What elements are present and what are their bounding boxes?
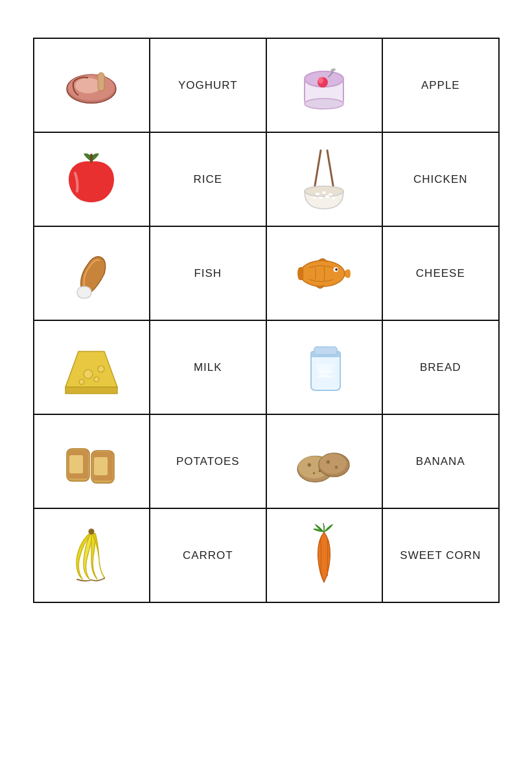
chicken-leg-svg (59, 241, 124, 306)
label-banana: BANANA (416, 455, 465, 468)
svg-point-30 (79, 379, 84, 385)
svg-rect-35 (318, 371, 334, 373)
table-cell (266, 226, 383, 320)
food-image-yoghurt (272, 44, 377, 126)
table-cell (266, 38, 383, 132)
svg-point-15 (316, 193, 319, 195)
table-cell: YOGHURT (150, 38, 266, 132)
table-cell: BREAD (382, 320, 498, 414)
table-cell: SWEET CORN (382, 508, 498, 602)
svg-point-16 (322, 191, 326, 194)
table-row: FISH CHEESE (34, 226, 499, 320)
table-cell (266, 320, 383, 414)
carrot-svg (292, 523, 356, 588)
svg-point-21 (332, 197, 336, 200)
label-potatoes: POTATOES (176, 455, 240, 468)
label-yoghurt: YOGHURT (178, 79, 238, 91)
meat-svg (59, 53, 124, 118)
svg-point-55 (319, 453, 347, 473)
svg-rect-41 (83, 450, 88, 479)
label-fish: FISH (194, 267, 222, 279)
table-cell (34, 132, 150, 226)
svg-point-18 (319, 196, 323, 199)
table-cell: CARROT (150, 508, 266, 602)
food-image-bread (40, 420, 145, 503)
cheese-svg (59, 335, 124, 400)
table-cell: CHEESE (382, 226, 498, 320)
svg-point-29 (98, 366, 104, 372)
svg-point-25 (336, 268, 338, 270)
table-row: POTATOES BANANA (34, 414, 499, 508)
table-cell: APPLE (382, 38, 498, 132)
svg-rect-47 (108, 452, 113, 480)
svg-rect-42 (69, 455, 83, 473)
table-cell: BANANA (382, 414, 498, 508)
svg-point-56 (327, 460, 330, 463)
svg-point-9 (318, 77, 323, 84)
domino-table: YOGHURT APPLE RICE CHICKEN FISH (33, 38, 500, 603)
food-image-meat (40, 44, 145, 126)
food-image-carrot (272, 514, 377, 597)
banana-svg (59, 523, 124, 588)
svg-point-23 (300, 261, 345, 287)
food-image-chicken-leg (40, 232, 145, 314)
svg-point-2 (75, 78, 101, 93)
label-apple: APPLE (421, 79, 460, 91)
table-row: YOGHURT APPLE (34, 38, 499, 132)
yoghurt-svg (292, 53, 356, 118)
table-cell (266, 414, 383, 508)
table-cell (266, 508, 383, 602)
rice-svg (292, 147, 356, 212)
label-bread: BREAD (420, 361, 461, 373)
table-cell (34, 508, 150, 602)
svg-point-28 (84, 370, 93, 379)
svg-rect-3 (98, 73, 104, 91)
table-cell: POTATOES (150, 414, 266, 508)
table-row: RICE CHICKEN (34, 132, 499, 226)
table-cell: MILK (150, 320, 266, 414)
fish-svg (292, 241, 356, 306)
label-cheese: CHEESE (416, 267, 465, 279)
svg-marker-26 (65, 351, 117, 387)
table-cell: RICE (150, 132, 266, 226)
svg-point-6 (305, 99, 343, 109)
svg-point-17 (329, 193, 332, 196)
svg-line-13 (327, 150, 334, 189)
table-cell: FISH (150, 226, 266, 320)
food-image-milk (272, 326, 377, 409)
food-image-apple (40, 138, 145, 220)
food-image-banana (40, 514, 145, 597)
svg-rect-11 (90, 154, 93, 163)
food-image-fish (272, 232, 377, 314)
svg-rect-36 (318, 375, 334, 377)
bread-svg (59, 429, 124, 494)
table-cell (266, 132, 383, 226)
svg-point-51 (308, 463, 311, 466)
milk-svg (292, 335, 356, 400)
label-chicken: CHICKEN (413, 173, 468, 185)
label-sweet-corn: SWEET CORN (400, 549, 481, 562)
label-carrot: CARROT (183, 549, 233, 562)
table-cell (34, 226, 150, 320)
page-wrapper: YOGHURT APPLE RICE CHICKEN FISH (33, 26, 500, 603)
label-milk: MILK (194, 361, 222, 373)
table-cell (34, 38, 150, 132)
svg-rect-34 (314, 347, 337, 355)
table-row: MILK BREAD (34, 320, 499, 414)
svg-point-58 (89, 528, 95, 534)
food-image-potatoes (272, 420, 377, 503)
svg-line-12 (314, 150, 321, 189)
svg-point-20 (313, 196, 316, 199)
table-cell (34, 414, 150, 508)
svg-rect-48 (94, 457, 108, 475)
svg-point-31 (94, 377, 99, 382)
svg-rect-22 (77, 287, 91, 298)
table-cell (34, 320, 150, 414)
label-rice: RICE (193, 173, 222, 185)
table-row: CARROT SWEET CORN (34, 508, 499, 602)
svg-marker-27 (65, 387, 117, 394)
svg-point-57 (335, 466, 338, 469)
food-image-rice (272, 138, 377, 220)
svg-point-53 (313, 471, 316, 474)
apple-svg (59, 147, 124, 212)
